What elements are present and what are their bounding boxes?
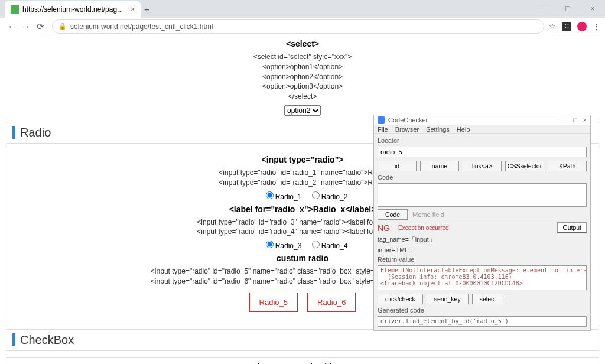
- close-icon[interactable]: ×: [583, 116, 587, 124]
- name-button[interactable]: name: [420, 161, 459, 171]
- code-label: Code: [378, 174, 587, 181]
- return-value-box: ElementNotInteractableExceptionMessage: …: [378, 265, 587, 290]
- tagname-text: tag_name=「input」: [378, 236, 587, 244]
- select-heading: <select>: [286, 39, 319, 48]
- checkbox-heading: CheckBox: [6, 329, 599, 351]
- linka-button[interactable]: link<a>: [463, 161, 502, 171]
- window-title: CodeChecker: [388, 116, 428, 124]
- codechecker-window[interactable]: CodeChecker — □ × File Browser Settings …: [373, 115, 591, 331]
- menu-help[interactable]: Help: [457, 126, 470, 133]
- code-textarea[interactable]: [378, 183, 587, 207]
- cssselector-button[interactable]: CSSselector: [505, 161, 544, 171]
- clickcheck-button[interactable]: click/check: [378, 294, 423, 304]
- menu-settings[interactable]: Settings: [426, 126, 450, 133]
- sendkey-button[interactable]: send_key: [427, 294, 469, 304]
- tab-title: https://selenium-world.net/pag...: [22, 5, 123, 14]
- favicon-icon: [11, 5, 19, 14]
- close-icon[interactable]: ×: [131, 5, 135, 14]
- titlebar[interactable]: CodeChecker — □ ×: [374, 115, 590, 125]
- browser-toolbar: ← → ⟳ 🔒 selenium-world.net/page/test_cnt…: [0, 18, 605, 35]
- id-button[interactable]: id: [378, 161, 417, 171]
- forward-button[interactable]: →: [19, 21, 33, 31]
- generated-label: Generated code: [378, 307, 587, 314]
- radio-6-button[interactable]: Radio_6: [307, 292, 356, 312]
- menu-browser[interactable]: Browser: [395, 126, 419, 133]
- checkbox-section: <input type="checkbox"> <input type="che…: [6, 357, 599, 364]
- status-exception: Exception occurred: [398, 225, 449, 231]
- browser-tab-strip: https://selenium-world.net/pag... × + — …: [0, 0, 605, 18]
- locator-label: Locator: [378, 137, 587, 144]
- app-icon: [378, 116, 385, 124]
- innerhtml-text: innerHTML=: [378, 246, 587, 254]
- address-bar[interactable]: 🔒 selenium-world.net/page/test_cntl_clic…: [52, 20, 544, 34]
- window-controls: — □ ×: [531, 0, 605, 18]
- locator-input[interactable]: [378, 147, 587, 157]
- code-button[interactable]: Code: [378, 209, 408, 220]
- status-ng: NG: [378, 223, 390, 233]
- radio-5-button[interactable]: Radio_5: [249, 292, 298, 312]
- close-window-icon[interactable]: ×: [580, 0, 605, 18]
- back-button[interactable]: ←: [5, 21, 19, 31]
- select-code: <select id="select" style="xxx"> <option…: [6, 52, 599, 102]
- generated-code-box: driver.find_element_by_id('radio_5'): [378, 316, 587, 327]
- output-button[interactable]: Output: [557, 222, 587, 233]
- radio-3-label: Radio_3: [275, 242, 302, 250]
- new-tab-button[interactable]: +: [144, 4, 149, 14]
- reload-button[interactable]: ⟳: [33, 21, 47, 32]
- return-label: Return value: [378, 256, 587, 263]
- select-dropdown[interactable]: option1 option2 option3: [284, 105, 321, 116]
- minimize-icon[interactable]: —: [561, 116, 567, 124]
- radio-2[interactable]: [312, 191, 320, 199]
- minimize-icon[interactable]: —: [531, 0, 555, 18]
- menu-file[interactable]: File: [378, 126, 388, 133]
- xpath-button[interactable]: XPath: [548, 161, 587, 171]
- url-text: selenium-world.net/page/test_cntl_click1…: [70, 22, 213, 31]
- memo-field[interactable]: Memo field: [411, 210, 587, 219]
- extension2-icon[interactable]: [577, 22, 587, 31]
- extension-icon[interactable]: C: [562, 22, 571, 31]
- radio-1[interactable]: [266, 191, 274, 199]
- radio-2-label: Radio_2: [321, 193, 348, 201]
- bookmark-icon[interactable]: ☆: [549, 22, 556, 31]
- maximize-icon[interactable]: □: [573, 116, 577, 124]
- radio-4-label: Radio_4: [321, 242, 348, 250]
- radio-1-label: Radio_1: [275, 193, 302, 201]
- menubar: File Browser Settings Help: [374, 125, 590, 134]
- maximize-icon[interactable]: □: [555, 0, 580, 18]
- select-button[interactable]: select: [472, 294, 503, 304]
- menu-icon[interactable]: ⋮: [593, 22, 600, 31]
- browser-tab[interactable]: https://selenium-world.net/pag... ×: [5, 1, 141, 18]
- radio-4[interactable]: [312, 240, 320, 248]
- radio-3[interactable]: [266, 240, 274, 248]
- lock-icon: 🔒: [58, 22, 67, 30]
